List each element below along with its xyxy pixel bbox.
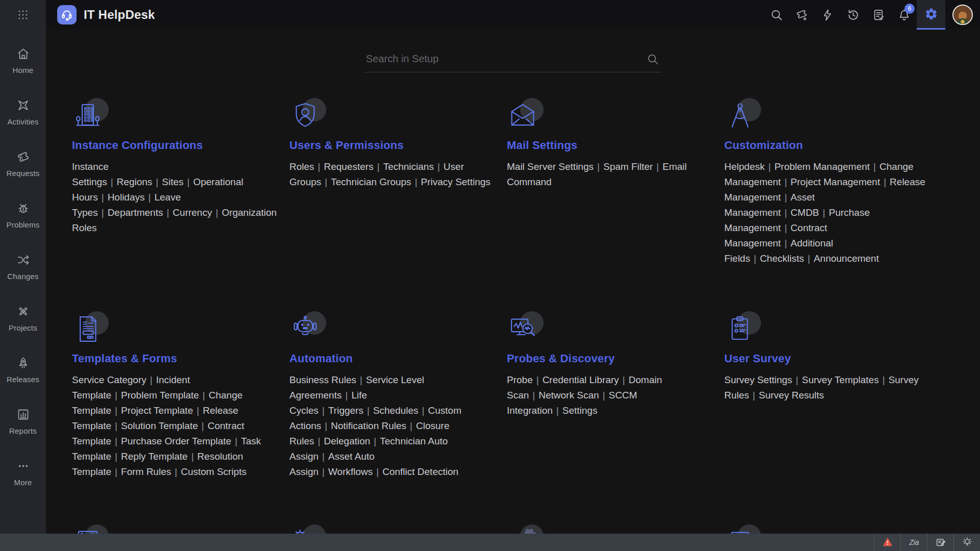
- category-developer-space: Developer SpaceCustom Menu|Custom Widget…: [724, 527, 929, 534]
- setup-link-triggers[interactable]: Triggers: [328, 405, 363, 416]
- search-icon[interactable]: [647, 53, 659, 67]
- setup-link-spam-filter[interactable]: Spam Filter: [603, 161, 653, 172]
- sidebar-item-projects[interactable]: Projects: [0, 305, 46, 332]
- category-title[interactable]: Automation: [289, 352, 353, 365]
- setup-link-departments[interactable]: Departments: [108, 207, 163, 218]
- setup-link-roles[interactable]: Roles: [289, 161, 314, 172]
- setup-search: [365, 47, 661, 72]
- setup-link-business-rules[interactable]: Business Rules: [289, 374, 356, 385]
- setup-link-mail-server-settings[interactable]: Mail Server Settings: [507, 161, 594, 172]
- sidebar-item-label: Home: [13, 66, 34, 74]
- setup-link-credential-library[interactable]: Credential Library: [543, 374, 619, 385]
- app-launcher-grid-icon[interactable]: [0, 0, 46, 30]
- app-logo headset-icon: [57, 5, 77, 24]
- ticket-icon: [16, 150, 30, 166]
- category-title[interactable]: Templates & Forms: [72, 352, 177, 365]
- link-separator: |: [754, 253, 756, 264]
- quick-actions-icon[interactable]: [815, 0, 840, 30]
- setup-link-technicians[interactable]: Technicians: [383, 161, 434, 172]
- link-separator: |: [410, 420, 412, 431]
- setup-link-workflows[interactable]: Workflows: [328, 466, 373, 477]
- category-mail-settings: Mail SettingsMail Server Settings|Spam F…: [507, 100, 712, 266]
- setup-link-announcement[interactable]: Announcement: [814, 253, 879, 264]
- sidebar-item-requests[interactable]: Requests: [0, 150, 46, 178]
- setup-link-sites[interactable]: Sites: [162, 177, 183, 187]
- setup-link-custom-scripts[interactable]: Custom Scripts: [181, 466, 247, 477]
- setup-link-privacy-settings[interactable]: Privacy Settings: [421, 177, 491, 187]
- link-separator: |: [785, 177, 787, 187]
- link-separator: |: [235, 436, 237, 446]
- setup-link-network-scan[interactable]: Network Scan: [538, 390, 599, 400]
- search-input[interactable]: [365, 47, 661, 72]
- search-icon[interactable]: [764, 0, 789, 30]
- link-separator: |: [768, 161, 771, 172]
- setup-link-holidays[interactable]: Holidays: [108, 192, 145, 203]
- setup-link-problem-template[interactable]: Problem Template: [121, 390, 199, 400]
- sidebar-item-releases[interactable]: Releases: [0, 356, 46, 384]
- sidebar-item-changes[interactable]: Changes: [0, 253, 46, 281]
- setup-link-probe[interactable]: Probe: [507, 374, 533, 385]
- link-separator: |: [322, 451, 325, 462]
- add-request-icon[interactable]: [789, 0, 815, 30]
- setup-link-project-template[interactable]: Project Template: [121, 405, 193, 416]
- category-title[interactable]: User Survey: [724, 352, 791, 365]
- zia-assistant-icon[interactable]: Zia: [900, 534, 927, 551]
- category-title[interactable]: Mail Settings: [507, 139, 577, 152]
- setup-link-project-management[interactable]: Project Management: [791, 177, 880, 187]
- sidebar-item-reports[interactable]: Reports: [0, 408, 46, 435]
- setup-link-cmdb[interactable]: CMDB: [791, 207, 819, 218]
- setup-link-currency[interactable]: Currency: [173, 207, 212, 218]
- category-links: Service Category|Incident Template|Probl…: [72, 372, 276, 480]
- setup-link-technician-groups[interactable]: Technician Groups: [331, 177, 411, 187]
- monitor-magnifier-icon: [507, 313, 544, 347]
- link-separator: |: [873, 161, 876, 172]
- settings-gear-icon[interactable]: [917, 0, 945, 30]
- setup-link-form-rules[interactable]: Form Rules: [121, 466, 171, 477]
- category-templates-forms: Templates & FormsService Category|Incide…: [72, 313, 277, 480]
- setup-link-reply-template[interactable]: Reply Template: [121, 451, 188, 462]
- category-links: Survey Settings|Survey Templates|Survey …: [724, 372, 928, 403]
- link-separator: |: [156, 177, 158, 187]
- setup-link-delegation[interactable]: Delegation: [324, 436, 371, 446]
- approvals-icon[interactable]: [866, 0, 891, 30]
- setup-link-helpdesk[interactable]: Helpdesk: [724, 161, 765, 172]
- setup-link-conflict-detection[interactable]: Conflict Detection: [382, 466, 458, 477]
- sidebar-item-label: More: [14, 478, 32, 487]
- category-title[interactable]: Instance Configurations: [72, 139, 203, 152]
- setup-link-survey-results[interactable]: Survey Results: [759, 390, 824, 400]
- link-separator: |: [318, 161, 321, 172]
- lightbulb-icon[interactable]: [953, 534, 980, 551]
- svg-text:Zia: Zia: [909, 539, 919, 546]
- feedback-compose-icon[interactable]: [927, 534, 953, 551]
- sidebar-item-more[interactable]: More: [0, 459, 46, 487]
- category-title[interactable]: Probes & Discovery: [507, 352, 615, 365]
- setup-link-service-category[interactable]: Service Category: [72, 374, 146, 385]
- sidebar-item-activities[interactable]: Activities: [0, 98, 46, 126]
- sidebar-item-problems[interactable]: Problems: [0, 202, 46, 229]
- category-users-permissions: Users & PermissionsRoles|Requesters|Tech…: [289, 100, 495, 266]
- setup-link-schedules[interactable]: Schedules: [373, 405, 419, 416]
- category-title[interactable]: Customization: [724, 139, 803, 152]
- setup-link-notification-rules[interactable]: Notification Rules: [331, 420, 406, 431]
- link-separator: |: [376, 466, 379, 477]
- gears-icon: [289, 527, 326, 534]
- setup-link-purchase-order-template[interactable]: Purchase Order Template: [121, 436, 231, 446]
- app-title: IT HelpDesk: [84, 8, 155, 22]
- setup-link-problem-management[interactable]: Problem Management: [774, 161, 870, 172]
- user-avatar[interactable]: [952, 5, 973, 25]
- setup-link-instance-settings[interactable]: Instance Settings: [72, 161, 109, 187]
- setup-link-survey-settings[interactable]: Survey Settings: [724, 374, 792, 385]
- notifications-bell-icon[interactable]: 6: [891, 0, 917, 30]
- history-icon[interactable]: [840, 0, 866, 30]
- setup-link-settings[interactable]: Settings: [562, 405, 598, 416]
- setup-link-checklists[interactable]: Checklists: [760, 253, 804, 264]
- category-title[interactable]: Users & Permissions: [289, 139, 404, 152]
- laptop-code-icon: [724, 527, 761, 534]
- setup-link-regions[interactable]: Regions: [117, 177, 153, 187]
- setup-link-survey-templates[interactable]: Survey Templates: [802, 374, 879, 385]
- warning-icon[interactable]: [874, 534, 900, 551]
- sidebar-item-home[interactable]: Home: [0, 47, 46, 74]
- setup-link-requesters[interactable]: Requesters: [324, 161, 374, 172]
- link-separator: |: [823, 207, 825, 218]
- setup-link-solution-template[interactable]: Solution Template: [121, 420, 198, 431]
